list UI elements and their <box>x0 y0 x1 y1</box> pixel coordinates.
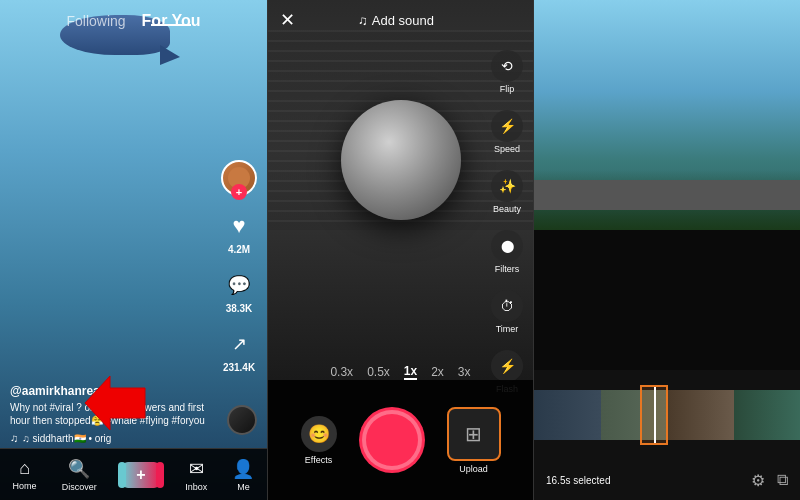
filters-icon: ⬤ <box>491 230 523 262</box>
red-arrow <box>80 368 160 448</box>
whale-tail <box>160 45 180 65</box>
music-disc <box>227 405 257 435</box>
upload-button[interactable]: ⊞ Upload <box>447 407 501 474</box>
nav-discover-label: Discover <box>62 482 97 492</box>
effects-icon: 😊 <box>301 416 337 452</box>
nav-me[interactable]: 👤 Me <box>232 458 254 492</box>
beauty-icon: ✨ <box>491 170 523 202</box>
camera-panel: ✕ ♫ Add sound ⟲ Flip ⚡ Speed ✨ Beauty ⬤ … <box>267 0 534 500</box>
effects-label: Effects <box>305 455 332 465</box>
speed-icon: ⚡ <box>491 110 523 142</box>
feed-panel: Following For You + ♥ 4.2M 💬 38.3K ↗ 231… <box>0 0 267 500</box>
editor-preview-top <box>534 0 800 230</box>
flip-tool[interactable]: ⟲ Flip <box>491 50 523 94</box>
filters-tool[interactable]: ⬤ Filters <box>491 230 523 274</box>
flip-icon: ⟲ <box>491 50 523 82</box>
feed-right-actions: + ♥ 4.2M 💬 38.3K ↗ 231.4K <box>221 160 257 373</box>
selected-time-label: 16.5s selected <box>546 475 611 486</box>
music-note-icon: ♫ <box>10 432 18 444</box>
nav-me-label: Me <box>237 482 250 492</box>
follow-plus-badge: + <box>231 184 247 200</box>
speed-3x[interactable]: 3x <box>458 364 471 380</box>
share-button[interactable]: ↗ 231.4K <box>223 328 255 373</box>
comment-icon: 💬 <box>223 269 255 301</box>
flip-label: Flip <box>500 84 515 94</box>
add-sound-button[interactable]: ♫ Add sound <box>358 13 434 28</box>
active-tab-underline <box>151 24 191 26</box>
cursor-line <box>654 387 656 443</box>
speed-03x[interactable]: 0.3x <box>330 364 353 380</box>
nav-discover[interactable]: 🔍 Discover <box>62 458 97 492</box>
timer-label: Timer <box>496 324 519 334</box>
close-button[interactable]: ✕ <box>280 9 295 31</box>
add-button[interactable]: + <box>122 462 160 488</box>
creator-avatar[interactable]: + <box>221 160 257 196</box>
home-icon: ⌂ <box>19 458 30 479</box>
speed-2x[interactable]: 2x <box>431 364 444 380</box>
nav-home-label: Home <box>13 481 37 491</box>
like-button[interactable]: ♥ 4.2M <box>223 210 255 255</box>
camera-top-bar: ✕ ♫ Add sound <box>268 0 533 40</box>
timeline-cursor[interactable] <box>640 385 668 445</box>
road-element <box>534 180 800 210</box>
heart-icon: ♥ <box>223 210 255 242</box>
record-button[interactable] <box>362 410 422 470</box>
timeline-area <box>534 370 800 460</box>
nav-add[interactable]: + <box>122 462 160 488</box>
filters-label: Filters <box>495 264 520 274</box>
speed-1x[interactable]: 1x <box>404 364 417 380</box>
upload-icon: ⊞ <box>447 407 501 461</box>
nav-inbox-label: Inbox <box>185 482 207 492</box>
discover-icon: 🔍 <box>68 458 90 480</box>
add-sound-label-text: Add sound <box>372 13 434 28</box>
timeline-segment-3 <box>667 390 734 440</box>
timeline-segment-4 <box>734 390 801 440</box>
timeline-segment-1 <box>534 390 601 440</box>
foryou-tab[interactable]: For You <box>142 12 201 29</box>
bottom-navigation: ⌂ Home 🔍 Discover + ✉ Inbox 👤 Me <box>0 448 267 500</box>
record-row: 😊 Effects ⊞ Upload <box>268 407 533 474</box>
following-tab[interactable]: Following <box>66 13 125 29</box>
adjust-icon[interactable]: ⚙ <box>751 471 765 490</box>
microphone-ball <box>341 100 461 220</box>
beauty-tool[interactable]: ✨ Beauty <box>491 170 523 214</box>
share-count: 231.4K <box>223 362 255 373</box>
effects-button[interactable]: 😊 Effects <box>301 416 337 465</box>
camera-right-tools: ⟲ Flip ⚡ Speed ✨ Beauty ⬤ Filters ⏱ Time… <box>491 50 523 394</box>
music-icon: ♫ <box>358 13 368 28</box>
editor-action-buttons: ⚙ ⧉ <box>751 471 788 490</box>
speed-tool[interactable]: ⚡ Speed <box>491 110 523 154</box>
upload-label: Upload <box>459 464 488 474</box>
svg-marker-0 <box>85 376 145 430</box>
comment-count: 38.3K <box>226 303 253 314</box>
crop-icon[interactable]: ⧉ <box>777 471 788 490</box>
me-icon: 👤 <box>232 458 254 480</box>
share-icon: ↗ <box>223 328 255 360</box>
speed-05x[interactable]: 0.5x <box>367 364 390 380</box>
like-count: 4.2M <box>228 244 250 255</box>
nav-home[interactable]: ⌂ Home <box>13 458 37 491</box>
timer-tool[interactable]: ⏱ Timer <box>491 290 523 334</box>
camera-bottom-controls: 😊 Effects ⊞ Upload <box>268 380 533 500</box>
editor-panel: 16.5s selected ⚙ ⧉ <box>534 0 800 500</box>
speed-bar: 0.3x 0.5x 1x 2x 3x <box>268 364 533 380</box>
beauty-label: Beauty <box>493 204 521 214</box>
speed-label: Speed <box>494 144 520 154</box>
inbox-icon: ✉ <box>189 458 204 480</box>
timer-icon: ⏱ <box>491 290 523 322</box>
editor-bottom-bar: 16.5s selected ⚙ ⧉ <box>534 460 800 500</box>
nav-inbox[interactable]: ✉ Inbox <box>185 458 207 492</box>
feed-top-nav: Following For You <box>0 0 267 38</box>
comment-button[interactable]: 💬 38.3K <box>223 269 255 314</box>
